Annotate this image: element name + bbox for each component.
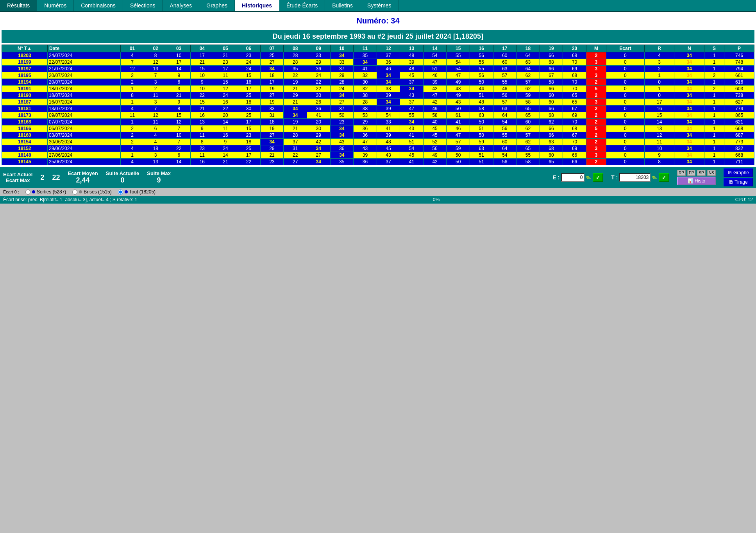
nav-systemes[interactable]: Systèmes [360, 0, 399, 11]
cell-num: 19 [284, 119, 307, 125]
cell-date: 03/07/2024 [48, 132, 121, 139]
table-row[interactable]: 1819520/07/20242791011151822242932344546… [2, 72, 754, 79]
col-header-r: R [644, 45, 674, 52]
cell-num: 33 [377, 119, 400, 125]
cell-num: 47 [354, 139, 377, 145]
cell-p: 865 [724, 112, 754, 119]
cell-num: 57 [493, 99, 517, 106]
cell-num: 54 [493, 119, 517, 125]
nav-etude-ecarts[interactable]: Étude Écarts [279, 0, 325, 11]
cell-num: 21 [191, 106, 214, 112]
cell-num: 8 [121, 92, 144, 99]
cell-num: 34 [400, 86, 424, 92]
cell-num: 50 [447, 159, 470, 165]
table-row[interactable]: 1814525/06/20244131416212223273435363741… [2, 159, 754, 165]
cell-n: 34 [674, 132, 704, 139]
cell-date: 16/07/2024 [48, 99, 121, 106]
table-row[interactable]: 1819420/07/20242369151617192228303437394… [2, 79, 754, 86]
cell-num: 62 [517, 125, 540, 132]
cell-num: 62 [517, 72, 540, 79]
table-row[interactable]: 1815229/06/20244182223242529313436434554… [2, 145, 754, 152]
cell-num: 45 [400, 72, 424, 79]
numero-header: Numéro: 34 [2, 13, 754, 29]
ecart-max-value: 22 [52, 173, 60, 182]
table-row[interactable]: 1820324/07/20244810172123252833343537485… [2, 52, 754, 59]
cell-num: 64 [517, 52, 540, 59]
table-row[interactable]: 1816003/07/20242410111623272829343639414… [2, 132, 754, 139]
cell-num: 29 [354, 119, 377, 125]
cell-num: 34 [377, 99, 400, 106]
table-row[interactable]: 1819018/07/20248112122242527293034383943… [2, 92, 754, 99]
brises-radio-input[interactable] [72, 190, 77, 195]
cell-r: 0 [644, 79, 674, 86]
cell-p: 603 [724, 86, 754, 92]
col-header-08: 08 [284, 45, 307, 52]
cell-num: 1 [121, 119, 144, 125]
data-table-container[interactable]: N° T▲ Date 01 02 03 04 05 06 07 08 09 10… [2, 45, 754, 165]
cell-num: 21 [191, 59, 214, 66]
cell-num: 50 [470, 119, 493, 125]
nav-bulletins[interactable]: Bulletins [325, 0, 360, 11]
table-row[interactable]: 1818113/07/20244782122303334363738394749… [2, 106, 754, 112]
e-input[interactable] [561, 173, 584, 182]
cell-num: 18 [237, 99, 261, 106]
cell-num: 21 [284, 86, 307, 92]
cell-num: 67 [563, 106, 586, 112]
rp-button[interactable]: RP [677, 170, 686, 176]
graphe-button[interactable]: 🖹 Graphe [724, 168, 753, 177]
cell-s: 1 [704, 145, 724, 152]
ep-button[interactable]: EP [687, 170, 695, 176]
col-header-nt[interactable]: N° T▲ [2, 45, 48, 52]
cell-num: 54 [447, 66, 470, 72]
sorties-radio-input[interactable] [25, 190, 30, 195]
nav-selections[interactable]: Sélections [123, 0, 163, 11]
nav-combinaisons[interactable]: Combinaisons [74, 0, 123, 11]
nav-analyses[interactable]: Analyses [163, 0, 199, 11]
nav-resultats[interactable]: Résultats [0, 0, 37, 11]
nav-graphes[interactable]: Graphes [199, 0, 235, 11]
e-confirm-button[interactable]: ✓ [593, 173, 603, 182]
tout-radio-input[interactable] [118, 190, 123, 195]
col-header-date[interactable]: Date [48, 45, 121, 52]
cell-num: 48 [400, 52, 424, 59]
cell-num: 29 [307, 132, 330, 139]
cell-ecart: 0 [606, 86, 644, 92]
cell-num: 56 [470, 59, 493, 66]
sp-button[interactable]: SP [697, 170, 705, 176]
cell-num: 6 [167, 152, 191, 159]
t-input[interactable] [619, 173, 651, 182]
table-row[interactable]: 1819922/07/20247121721232427282933343639… [2, 59, 754, 66]
table-row[interactable]: 1819118/07/20241231012171921222432333442… [2, 86, 754, 92]
cell-num: 28 [284, 52, 307, 59]
cell-num: 34 [377, 79, 400, 86]
cell-num: 66 [540, 52, 563, 59]
cell-num: 67 [540, 72, 563, 79]
cell-nt: 18195 [2, 72, 48, 79]
nav-historiques[interactable]: Historiques [235, 0, 279, 11]
tirage-button[interactable]: 🖹 Tirage [724, 178, 753, 186]
ns-button[interactable]: NS [707, 170, 716, 176]
table-row[interactable]: 1816606/07/20242679111519213034364143454… [2, 125, 754, 132]
table-row[interactable]: 1815430/06/20242478918343742434748515257… [2, 139, 754, 145]
cell-m: 5 [586, 125, 606, 132]
table-row[interactable]: 1814827/06/20241361114172122273439434549… [2, 152, 754, 159]
cell-nt: 18191 [2, 86, 48, 92]
cell-num: 15 [237, 72, 261, 79]
table-row[interactable]: 1818716/07/20241391516181921262728343742… [2, 99, 754, 106]
cell-num: 3 [144, 79, 167, 86]
cell-num: 13 [191, 119, 214, 125]
cell-num: 43 [400, 92, 424, 99]
cell-num: 60 [517, 119, 540, 125]
cell-num: 37 [377, 159, 400, 165]
table-row[interactable]: 1819721/07/20241213141517243435363741464… [2, 66, 754, 72]
t-confirm-button[interactable]: ✓ [659, 173, 669, 182]
historique-table: N° T▲ Date 01 02 03 04 05 06 07 08 09 10… [2, 45, 754, 165]
cell-p: 773 [724, 139, 754, 145]
cell-num: 47 [423, 92, 447, 99]
histo-button[interactable]: 📊 Histo [677, 177, 716, 185]
table-row[interactable]: 1817309/07/20241112151620253134415053545… [2, 112, 754, 119]
nav-numeros[interactable]: Numéros [37, 0, 74, 11]
cell-num: 55 [447, 52, 470, 59]
table-row[interactable]: 1816807/07/20241111213141718192023293334… [2, 119, 754, 125]
col-header-p: P [724, 45, 754, 52]
